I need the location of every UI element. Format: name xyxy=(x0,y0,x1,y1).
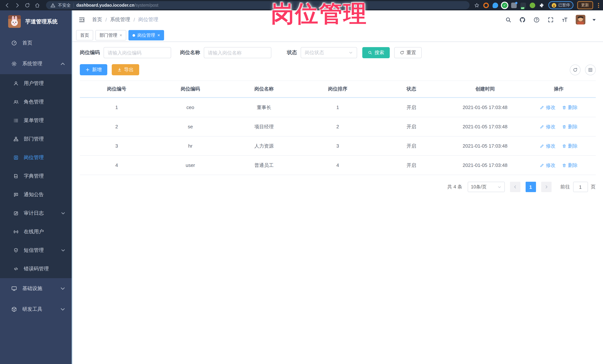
edit-icon xyxy=(540,124,544,129)
shield-icon xyxy=(13,248,19,253)
reload-icon[interactable] xyxy=(24,2,30,8)
extension-green-icon[interactable] xyxy=(530,2,535,8)
sidebar-item-notices[interactable]: 通知公告 xyxy=(0,186,72,204)
trash-icon xyxy=(562,163,567,167)
sidebar-item-error-codes[interactable]: 错误码管理 xyxy=(0,260,72,278)
bookmark-star-icon[interactable] xyxy=(474,2,480,8)
export-button[interactable]: 导出 xyxy=(112,64,139,75)
extension-green-check-icon[interactable]: ✓ xyxy=(502,2,507,8)
breadcrumb-home[interactable]: 首页 xyxy=(92,16,102,23)
sidebar-item-dev-tools[interactable]: 研发工具 xyxy=(0,299,72,320)
delete-link[interactable]: 删除 xyxy=(562,162,578,169)
sidebar-item-online-users[interactable]: 在线用户 xyxy=(0,222,72,241)
active-tab-dot xyxy=(132,34,135,36)
status-select[interactable]: 岗位状态 xyxy=(301,47,357,58)
url-path: /system/post xyxy=(134,3,158,7)
user-avatar[interactable] xyxy=(576,15,585,24)
status-value: 开启 xyxy=(374,117,448,136)
browser-update-button[interactable]: 更新 xyxy=(577,1,593,9)
sidebar-item-menus[interactable]: 菜单管理 xyxy=(0,111,72,130)
prev-page-button[interactable] xyxy=(510,182,520,192)
table-row: 2 se 项目经理 2 开启 2021-01-05 17:03:48 修改 删除 xyxy=(80,117,596,136)
app-frame: 芋道管理系统 首页 系统管理 用户管理 角色管理 xyxy=(0,10,603,364)
browser-menu-icon[interactable] xyxy=(597,3,600,8)
forward-icon[interactable] xyxy=(14,2,20,8)
sidebar-logo-row: 芋道管理系统 xyxy=(0,10,72,33)
page-size-select[interactable]: 10条/页 xyxy=(467,182,505,192)
close-icon[interactable]: × xyxy=(157,33,160,37)
sidebar-item-users[interactable]: 用户管理 xyxy=(0,74,72,93)
delete-link[interactable]: 删除 xyxy=(562,123,578,130)
url-separator xyxy=(73,3,74,8)
pagination: 共 4 条 10条/页 1 前往 页 xyxy=(80,182,596,192)
sidebar-fold-icon[interactable] xyxy=(78,16,85,23)
delete-link[interactable]: 删除 xyxy=(562,143,578,149)
url-text[interactable]: dashboard.yudao.iocoder.cn/system/post xyxy=(76,3,158,7)
delete-link[interactable]: 删除 xyxy=(562,104,578,111)
speech-bubble-icon xyxy=(13,192,19,197)
sidebar-item-home[interactable]: 首页 xyxy=(0,33,72,53)
tab-posts[interactable]: 岗位管理 × xyxy=(128,30,164,40)
post-code-input[interactable] xyxy=(104,47,171,58)
search-button[interactable]: 搜索 xyxy=(362,47,390,58)
post-name-input[interactable] xyxy=(204,47,271,58)
emoji-face-icon xyxy=(552,3,557,8)
posts-table: 岗位编号 岗位编码 岗位名称 岗位排序 状态 创建时间 操作 1 ceo xyxy=(80,80,596,175)
edit-link[interactable]: 修改 xyxy=(540,123,556,130)
browser-nav xyxy=(3,2,42,8)
tab-home[interactable]: 首页 xyxy=(76,30,93,40)
sidebar-item-departments[interactable]: 部门管理 xyxy=(0,130,72,148)
main-panel: 首页 / 系统管理 / 岗位管理 xyxy=(72,10,603,364)
reset-button[interactable]: 重置 xyxy=(394,47,422,58)
refresh-table-button[interactable] xyxy=(569,64,580,75)
font-size-icon[interactable] xyxy=(561,17,568,23)
users-icon xyxy=(13,99,19,105)
sidebar: 芋道管理系统 首页 系统管理 用户管理 角色管理 xyxy=(0,10,72,364)
paused-extension-badge[interactable]: 已暂停 xyxy=(548,1,573,9)
not-secure-icon[interactable] xyxy=(50,3,55,8)
extensions-puzzle-icon[interactable] xyxy=(539,2,545,8)
sidebar-item-system[interactable]: 系统管理 xyxy=(0,53,72,74)
next-page-button[interactable] xyxy=(541,182,551,192)
github-icon[interactable] xyxy=(519,17,525,23)
column-settings-button[interactable] xyxy=(585,64,596,75)
address-bar[interactable]: 不安全 dashboard.yudao.iocoder.cn/system/po… xyxy=(46,1,470,9)
breadcrumb: 首页 / 系统管理 / 岗位管理 xyxy=(92,16,158,23)
help-icon[interactable] xyxy=(533,17,540,23)
edit-link[interactable]: 修改 xyxy=(540,143,556,149)
breadcrumb-current: 岗位管理 xyxy=(138,16,158,23)
not-secure-label: 不安全 xyxy=(58,2,71,8)
sidebar-item-sms[interactable]: 短信管理 xyxy=(0,241,72,260)
caret-down-icon[interactable] xyxy=(591,17,597,23)
search-icon[interactable] xyxy=(505,17,511,23)
user-icon xyxy=(13,81,19,86)
page-number-1[interactable]: 1 xyxy=(525,182,536,192)
extension-orange-ring-icon[interactable] xyxy=(483,2,489,8)
table-row: 3 hr 人力资源 3 开启 2021-01-05 17:03:48 修改 删除 xyxy=(80,136,596,155)
book-icon xyxy=(13,174,19,179)
trash-icon xyxy=(562,105,567,110)
sidebar-item-posts[interactable]: 岗位管理 xyxy=(0,148,72,167)
extension-blue-pin-icon[interactable] xyxy=(493,2,498,8)
fullscreen-icon[interactable] xyxy=(547,17,554,23)
sidebar-item-roles[interactable]: 角色管理 xyxy=(0,93,72,111)
edit-link[interactable]: 修改 xyxy=(540,162,556,169)
home-icon[interactable] xyxy=(35,2,40,8)
header-actions xyxy=(505,15,597,24)
goto-page-input[interactable] xyxy=(573,182,588,192)
breadcrumb-system[interactable]: 系统管理 xyxy=(110,16,130,23)
sidebar-item-dictionary[interactable]: 字典管理 xyxy=(0,167,72,186)
close-icon[interactable]: × xyxy=(119,33,122,37)
app-title: 芋道管理系统 xyxy=(25,18,58,25)
table-header-row: 岗位编号 岗位编码 岗位名称 岗位排序 状态 创建时间 操作 xyxy=(80,81,596,98)
tag-view-bar: 首页 部门管理 × 岗位管理 × xyxy=(72,29,603,42)
sidebar-item-audit-log[interactable]: 审计日志 xyxy=(0,204,72,222)
status-value: 开启 xyxy=(374,155,448,175)
add-button[interactable]: 新增 xyxy=(80,64,107,75)
back-icon[interactable] xyxy=(4,2,10,8)
sidebar-item-infrastructure[interactable]: 基础设施 xyxy=(0,278,72,299)
extension-gray-icon[interactable] xyxy=(511,2,517,8)
edit-link[interactable]: 修改 xyxy=(540,104,556,111)
extension-gif-icon[interactable]: GIF xyxy=(521,2,526,8)
tab-departments[interactable]: 部门管理 × xyxy=(95,30,126,40)
